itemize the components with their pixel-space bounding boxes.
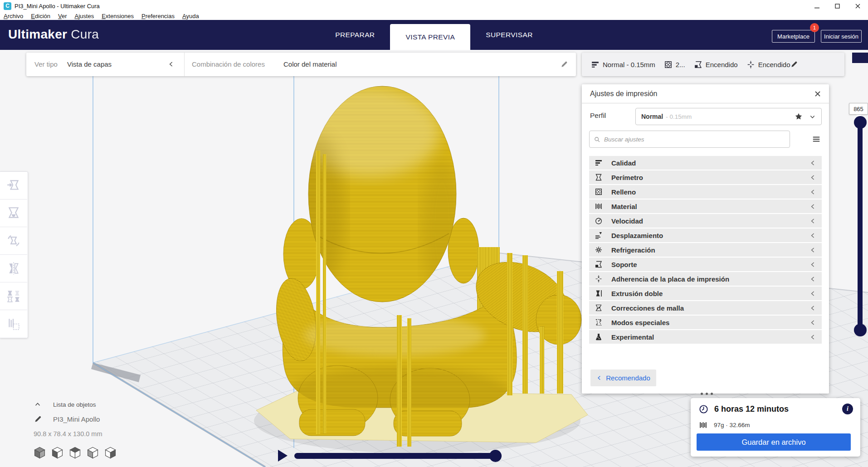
- search-input[interactable]: [603, 136, 785, 143]
- settings-category-adherencia-de-la-placa-de-impresion[interactable]: Adherencia de la placa de impresión: [589, 272, 822, 286]
- left-view-button[interactable]: [87, 447, 98, 459]
- settings-category-correcciones-de-malla[interactable]: Correcciones de malla: [589, 301, 822, 315]
- infill-icon: [595, 188, 603, 196]
- save-to-file-button[interactable]: Guardar en archivo: [697, 433, 851, 451]
- scale-tool-button[interactable]: [0, 199, 27, 227]
- menu-ver[interactable]: Ver: [58, 13, 67, 19]
- mirror-tool-icon: [6, 261, 21, 276]
- top-view-button[interactable]: [69, 447, 81, 459]
- settings-category-velocidad[interactable]: Velocidad: [589, 214, 822, 228]
- recommended-mode-button[interactable]: Recomendado: [590, 370, 656, 386]
- object-list-toggle[interactable]: Lista de objetos: [34, 401, 96, 408]
- settings-menu-icon[interactable]: [812, 135, 821, 144]
- marketplace-notification-badge: 1: [810, 23, 819, 32]
- chevron-left-icon: [809, 276, 816, 282]
- travel-icon: [595, 231, 603, 239]
- menu-ajustes[interactable]: Ajustes: [75, 13, 94, 19]
- print-time-estimate: 6 horas 12 minutos: [714, 404, 789, 414]
- walls-icon: [595, 173, 603, 181]
- edit-print-setup-icon[interactable]: [790, 60, 798, 68]
- object-dimensions: 90.8 x 78.4 x 130.0 mm: [34, 430, 102, 438]
- minimize-button[interactable]: [807, 0, 827, 12]
- play-simulation-button[interactable]: [278, 450, 288, 462]
- config-quality[interactable]: Normal - 0.15mm: [591, 60, 655, 69]
- chevron-left-icon: [809, 261, 816, 268]
- printer-config-bar[interactable]: Normal - 0.15mm2...EncendidoEncendido: [582, 53, 844, 76]
- top-view-icon: [69, 447, 81, 459]
- settings-category-calidad[interactable]: Calidad: [589, 156, 822, 170]
- chevron-left-icon: [809, 334, 816, 341]
- category-label: Perímetro: [611, 174, 643, 181]
- right-view-button[interactable]: [105, 447, 116, 459]
- collapse-view-type-icon[interactable]: [168, 61, 175, 68]
- window-title: PI3_Mini Apollo - Ultimaker Cura: [15, 3, 100, 10]
- settings-category-modos-especiales[interactable]: Modos especiales: [589, 316, 822, 329]
- adhesion-icon: [746, 60, 755, 69]
- support-icon: [595, 260, 603, 268]
- front-view-icon: [52, 447, 63, 459]
- settings-category-material[interactable]: Material: [589, 199, 822, 213]
- settings-category-soporte[interactable]: Soporte: [589, 258, 822, 271]
- category-label: Calidad: [611, 159, 636, 167]
- settings-search-box[interactable]: [589, 131, 790, 148]
- menu-ayuda[interactable]: Ayuda: [182, 13, 199, 19]
- menu-extensiones[interactable]: Extensiones: [102, 13, 134, 19]
- menu-preferencias[interactable]: Preferencias: [141, 13, 175, 19]
- layer-slider-bottom-handle[interactable]: [854, 324, 867, 336]
- dual-extrusion-icon: [595, 289, 603, 297]
- support-icon: [694, 60, 702, 69]
- main-header: UltimakerCura PREPARARVISTA PREVIASUPERV…: [0, 20, 868, 50]
- 3d-view-button[interactable]: [34, 447, 45, 459]
- chevron-up-icon: [34, 401, 41, 408]
- model-foot-left: [299, 409, 365, 436]
- config-adhesion[interactable]: Encendido: [746, 60, 790, 69]
- mirror-tool-button[interactable]: [0, 255, 27, 282]
- object-name: PI3_Mini Apollo: [53, 415, 100, 423]
- simulation-slider-handle[interactable]: [489, 450, 502, 462]
- menu-bar: ArchivoEdiciónVerAjustesExtensionesPrefe…: [0, 12, 868, 20]
- color-scheme-value[interactable]: Color del material: [283, 60, 337, 68]
- layer-slider-top-handle[interactable]: [854, 116, 867, 129]
- settings-category-refrigeracion[interactable]: Refrigeración: [589, 243, 822, 257]
- support-blocker-tool-button[interactable]: [0, 310, 27, 338]
- rotate-tool-icon: [6, 234, 21, 248]
- chevron-down-icon: [809, 113, 816, 120]
- favorite-star-icon[interactable]: [795, 112, 803, 121]
- rotate-tool-button[interactable]: [0, 227, 27, 255]
- simulation-slider-track[interactable]: [294, 453, 502, 459]
- chevron-left-icon: [809, 290, 816, 297]
- settings-category-desplazamiento[interactable]: Desplazamiento: [589, 229, 822, 242]
- move-tool-button[interactable]: [0, 172, 27, 199]
- tab-preparar[interactable]: PREPARAR: [320, 20, 390, 50]
- settings-category-experimental[interactable]: Experimental: [589, 330, 822, 344]
- move-tool-icon: [6, 178, 21, 193]
- panel-resize-handle[interactable]: [701, 393, 713, 395]
- tab-vista-previa[interactable]: VISTA PREVIA: [390, 24, 470, 50]
- rename-pencil-icon[interactable]: [34, 415, 42, 423]
- view-type-value[interactable]: Vista de capas: [67, 60, 112, 68]
- layer-slider-track[interactable]: [858, 122, 863, 331]
- menu-archivo[interactable]: Archivo: [4, 13, 23, 19]
- sign-in-button[interactable]: Iniciar sesión: [821, 30, 862, 43]
- menu-edicion[interactable]: Edición: [31, 13, 50, 19]
- divider: [184, 53, 185, 76]
- per-model-settings-tool-button[interactable]: [0, 282, 27, 310]
- config-support[interactable]: Encendido: [694, 60, 738, 69]
- settings-category-relleno[interactable]: Relleno: [589, 185, 822, 199]
- settings-category-perimetro[interactable]: Perímetro: [589, 170, 822, 184]
- info-icon[interactable]: i: [842, 404, 853, 414]
- marketplace-button[interactable]: Marketplace: [772, 30, 815, 43]
- category-label: Relleno: [611, 188, 636, 196]
- front-view-button[interactable]: [52, 447, 63, 459]
- object-name-row[interactable]: PI3_Mini Apollo: [34, 415, 100, 423]
- tab-supervisar[interactable]: SUPERVISAR: [470, 20, 548, 50]
- close-panel-icon[interactable]: [814, 90, 822, 98]
- close-window-button[interactable]: [848, 0, 868, 12]
- maximize-button[interactable]: [827, 0, 848, 12]
- settings-category-extrusion-doble[interactable]: Extrusión doble: [589, 287, 822, 300]
- profile-dropdown[interactable]: Normal - 0.15mm: [635, 108, 822, 125]
- material-icon: [595, 202, 603, 210]
- edit-view-settings-icon[interactable]: [561, 60, 568, 68]
- config-infill[interactable]: 2...: [664, 60, 685, 69]
- camera-view-bar: [34, 447, 116, 459]
